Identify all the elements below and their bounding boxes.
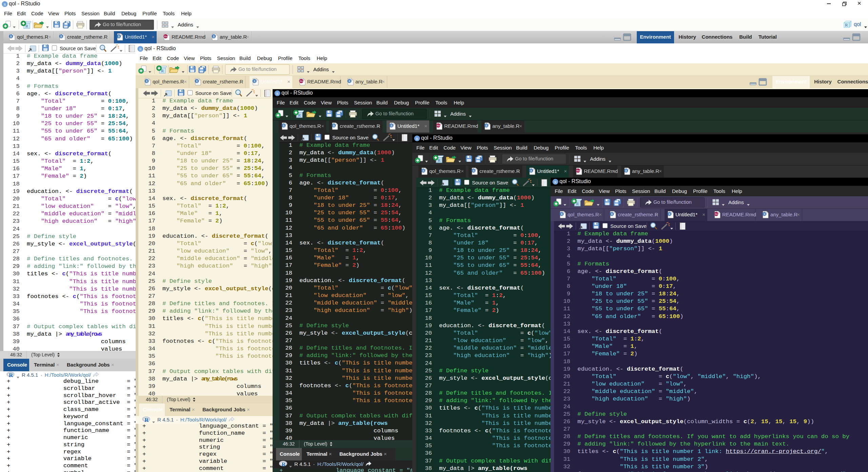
svg-text:R: R <box>196 79 198 83</box>
svg-text:Rmd: Rmd <box>437 124 442 127</box>
svg-text:R: R <box>276 92 279 96</box>
svg-text:R: R <box>144 417 149 423</box>
svg-text:R: R <box>281 461 286 467</box>
svg-text:R: R <box>611 212 613 216</box>
svg-text:R: R <box>349 79 351 83</box>
svg-text:R: R <box>422 169 425 173</box>
svg-text:R: R <box>486 124 488 127</box>
svg-text:R: R <box>416 137 418 141</box>
svg-text:R: R <box>845 22 848 27</box>
svg-text:R: R <box>554 180 557 184</box>
svg-text:Rmd: Rmd <box>715 213 720 215</box>
svg-text:R: R <box>625 169 628 173</box>
svg-text:R: R <box>333 124 335 127</box>
svg-text:R: R <box>60 35 63 38</box>
svg-text:R: R <box>254 79 256 83</box>
svg-text:Rmd: Rmd <box>164 35 169 38</box>
svg-text:Rmd: Rmd <box>300 80 305 82</box>
svg-text:R: R <box>764 212 766 216</box>
svg-text:R: R <box>9 372 13 378</box>
svg-text:R: R <box>391 124 393 127</box>
svg-text:R: R <box>283 124 285 127</box>
svg-text:R: R <box>146 79 148 83</box>
svg-text:R: R <box>3 2 6 6</box>
svg-text:R: R <box>213 35 215 38</box>
svg-text:R: R <box>669 212 671 216</box>
svg-text:R: R <box>10 35 13 38</box>
svg-text:R: R <box>118 35 120 38</box>
svg-text:R: R <box>473 169 475 173</box>
svg-text:R: R <box>139 47 142 51</box>
svg-text:R: R <box>561 212 563 216</box>
svg-text:Rmd: Rmd <box>576 170 581 172</box>
svg-text:R: R <box>530 169 533 173</box>
